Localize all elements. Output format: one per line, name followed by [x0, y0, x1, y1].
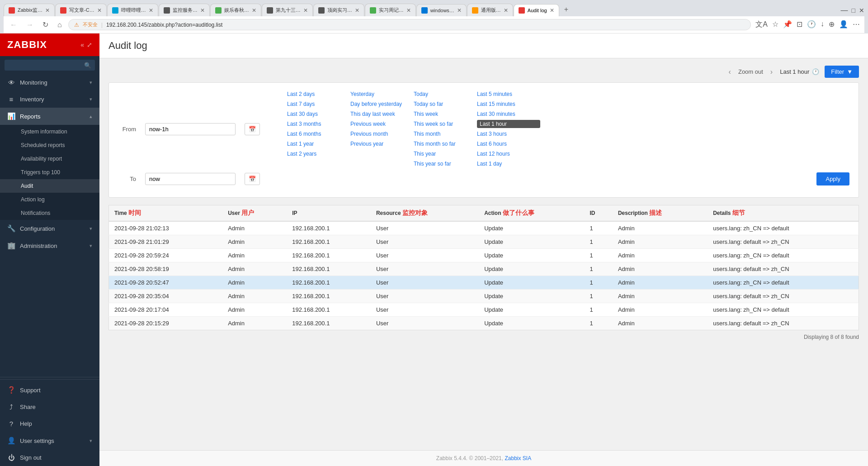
home-button[interactable]: ⌂ [55, 20, 65, 30]
qd-this-month[interactable]: This month [414, 130, 477, 138]
pin-icon[interactable]: 📌 [782, 19, 793, 30]
cell-description: Admin [613, 303, 708, 317]
qd-last-30-min[interactable]: Last 30 minutes [477, 110, 540, 118]
table-row: 2021-09-28 21:02:13Admin192.168.200.1Use… [109, 221, 859, 235]
sidebar-item-sign-out[interactable]: ⏻ Sign out [0, 449, 99, 466]
sidebar-item-user-settings[interactable]: 👤 User settings ▾ [0, 432, 99, 449]
qd-last-1-hour[interactable]: Last 1 hour [477, 120, 540, 128]
time-range-display: Last 1 hour 🕐 [780, 68, 819, 75]
tab-zabbix1[interactable]: Zabbix监… ✕ [4, 4, 55, 16]
user-profile-icon[interactable]: 👤 [838, 19, 849, 30]
share-icon[interactable]: ⊡ [796, 19, 803, 30]
qd-previous-week[interactable]: Previous week [350, 120, 414, 128]
sidebar-item-reports[interactable]: 📊 Reports ▴ [0, 108, 99, 125]
tab-windows[interactable]: windows… ✕ [416, 4, 467, 16]
qd-previous-year[interactable]: Previous year [350, 140, 414, 148]
sidebar-item-help[interactable]: ? Help [0, 415, 99, 432]
qd-yesterday[interactable]: Yesterday [350, 90, 414, 98]
sidebar-item-action-log[interactable]: Action log [0, 193, 99, 206]
sidebar-item-audit[interactable]: Audit [0, 179, 99, 193]
to-calendar-button[interactable]: 📅 [245, 173, 260, 185]
qd-last-3-hours[interactable]: Last 3 hours [477, 130, 540, 138]
qd-last-15-min[interactable]: Last 15 minutes [477, 100, 540, 108]
qd-this-year[interactable]: This year [414, 150, 477, 158]
cell-time: 2021-09-28 20:58:19 [109, 262, 223, 276]
reload-button[interactable]: ↻ [40, 19, 51, 30]
to-input[interactable] [145, 173, 236, 185]
qd-today-so-far[interactable]: Today so far [414, 100, 477, 108]
star-icon[interactable]: ☆ [771, 19, 779, 30]
from-calendar-button[interactable]: 📅 [245, 123, 260, 135]
qd-last-1-day[interactable]: Last 1 day [477, 160, 540, 168]
tab-favicon [519, 7, 525, 14]
sidebar-search-input[interactable] [5, 60, 95, 71]
qd-last-2-years[interactable]: Last 2 years [287, 150, 350, 158]
tab-shixi[interactable]: 实习周记… ✕ [365, 4, 416, 16]
qd-last-6-hours[interactable]: Last 6 hours [477, 140, 540, 148]
qd-last-2-days[interactable]: Last 2 days [287, 90, 350, 98]
sidebar-item-scheduled-reports[interactable]: Scheduled reports [0, 138, 99, 152]
back-button[interactable]: ← [7, 20, 20, 30]
sidebar-item-notifications[interactable]: Notifications [0, 206, 99, 220]
qd-today[interactable]: Today [414, 90, 477, 98]
fullscreen-icon[interactable]: ⤢ [87, 41, 92, 48]
tab-tongyong[interactable]: 通用版… ✕ [467, 4, 513, 16]
minimize-button[interactable]: — [841, 6, 848, 14]
qd-last-12-hours[interactable]: Last 12 hours [477, 150, 540, 158]
translate-icon[interactable]: 文A [755, 19, 769, 30]
qd-this-year-so-far[interactable]: This year so far [414, 160, 477, 168]
sidebar-item-configuration[interactable]: 🔧 Configuration ▾ [0, 220, 99, 237]
tab-bilibili[interactable]: 哔哩哔哩… ✕ [107, 4, 158, 16]
sidebar-item-support[interactable]: ❓ Support [0, 381, 99, 399]
collapse-sidebar-icon[interactable]: « [80, 41, 84, 48]
qd-this-month-so-far[interactable]: This month so far [414, 140, 477, 148]
zoom-right-button[interactable]: › [769, 67, 774, 77]
download-icon[interactable]: ↓ [820, 19, 825, 30]
cell-ip: 192.168.200.1 [287, 249, 371, 262]
footer-link[interactable]: Zabbix SIA [505, 455, 531, 461]
settings-icon[interactable]: ⋯ [852, 19, 861, 30]
tab-monitor[interactable]: 监控服务… ✕ [159, 4, 210, 16]
address-bar[interactable]: ⚠ 不安全 | [68, 19, 751, 30]
apply-button[interactable]: Apply [816, 172, 849, 185]
qd-this-week[interactable]: This week [414, 110, 477, 118]
qd-last-3-months[interactable]: Last 3 months [287, 120, 350, 128]
maximize-button[interactable]: □ [852, 7, 855, 14]
qd-day-before-yesterday[interactable]: Day before yesterday [350, 100, 414, 108]
cell-ip: 192.168.200.1 [287, 317, 371, 330]
extensions-icon[interactable]: ⊕ [828, 19, 835, 30]
tab-diju[interactable]: 第九十三… ✕ [262, 4, 313, 16]
sidebar-item-availability-report[interactable]: Availability report [0, 152, 99, 166]
new-tab-button[interactable]: + [560, 3, 573, 16]
configuration-label: Configuration [20, 225, 85, 232]
qd-this-week-so-far[interactable]: This week so far [414, 120, 477, 128]
zoom-left-button[interactable]: ‹ [727, 67, 733, 77]
forward-button[interactable]: → [24, 20, 36, 30]
configuration-arrow-icon: ▾ [90, 226, 92, 232]
tab-yule[interactable]: 娱乐春秋… ✕ [210, 4, 261, 16]
sidebar-item-share[interactable]: ⤴ Share [0, 399, 99, 415]
qd-last-30-days[interactable]: Last 30 days [287, 110, 350, 118]
sidebar-item-administration[interactable]: 🏢 Administration ▾ [0, 237, 99, 254]
sidebar-item-monitoring[interactable]: 👁 Monitoring ▾ [0, 74, 99, 91]
cell-action: Update [479, 249, 584, 262]
qd-this-day-last-week[interactable]: This day last week [350, 110, 414, 118]
qd-last-5-min[interactable]: Last 5 minutes [477, 90, 540, 98]
url-input[interactable] [106, 22, 745, 28]
qd-last-7-days[interactable]: Last 7 days [287, 100, 350, 108]
sidebar-item-system-information[interactable]: System information [0, 125, 99, 138]
tab-write[interactable]: 写文章-C… ✕ [55, 4, 107, 16]
sidebar-item-triggers-top100[interactable]: Triggers top 100 [0, 166, 99, 179]
history-icon[interactable]: 🕐 [806, 19, 817, 30]
filter-button[interactable]: Filter ▼ [825, 66, 859, 78]
cell-details: users.lang: zh_CN => default [708, 276, 859, 290]
from-input[interactable] [145, 123, 236, 135]
sidebar-item-inventory[interactable]: ≡ Inventory ▾ [0, 91, 99, 108]
close-button[interactable]: ✕ [859, 7, 864, 14]
tab-audit-log[interactable]: Audit log ✕ [514, 4, 559, 16]
qd-previous-month[interactable]: Previous month [350, 130, 414, 138]
qd-last-6-months[interactable]: Last 6 months [287, 130, 350, 138]
logo-text: ZABBIX [7, 39, 47, 51]
tab-dingang[interactable]: 顶岗实习… ✕ [313, 4, 364, 16]
qd-last-1-year[interactable]: Last 1 year [287, 140, 350, 148]
